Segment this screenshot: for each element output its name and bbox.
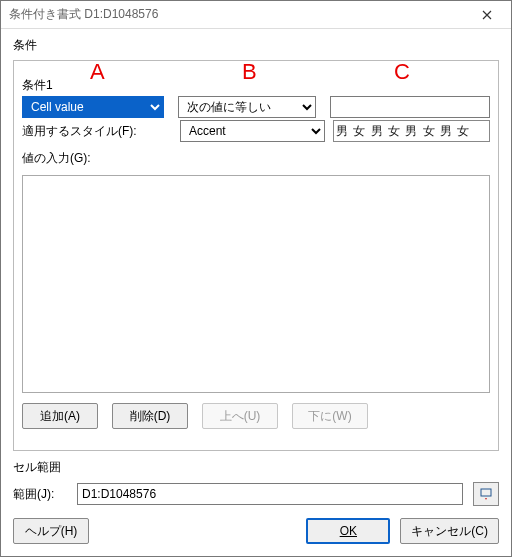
value-input-label: 値の入力(G):	[22, 150, 172, 167]
close-icon	[482, 10, 492, 20]
shrink-icon	[479, 487, 493, 501]
condition-buttons-row: 追加(A) 削除(D) 上へ(U) 下に(W)	[22, 403, 490, 429]
condition-row: Cell value 次の値に等しい	[22, 96, 490, 118]
dialog-content: 条件 A B C D 条件1 Cell value 次の値に等しい	[1, 29, 511, 556]
range-label: 範囲(J):	[13, 486, 67, 503]
window-title: 条件付き書式 D1:D1048576	[9, 6, 467, 23]
range-section-label: セル範囲	[13, 459, 499, 476]
help-button[interactable]: ヘルプ(H)	[13, 518, 89, 544]
move-down-button: 下に(W)	[292, 403, 368, 429]
shrink-range-button[interactable]	[473, 482, 499, 506]
style-row: 適用するスタイル(F): Accent 男 女 男 女 男 女 男 女	[22, 120, 490, 142]
range-input[interactable]	[77, 483, 463, 505]
delete-button[interactable]: 削除(D)	[112, 403, 188, 429]
style-select[interactable]: Accent	[180, 120, 325, 142]
condition1-label: 条件1	[22, 77, 490, 94]
condition-operator-select[interactable]: 次の値に等しい	[178, 96, 316, 118]
condition-type-select[interactable]: Cell value	[22, 96, 164, 118]
range-row: 範囲(J):	[13, 482, 499, 506]
style-preview: 男 女 男 女 男 女 男 女	[333, 120, 490, 142]
condition-value-input[interactable]	[330, 96, 490, 118]
titlebar: 条件付き書式 D1:D1048576	[1, 1, 511, 29]
svg-rect-0	[481, 489, 491, 496]
close-button[interactable]	[467, 3, 507, 27]
conditions-list-area[interactable]	[22, 175, 490, 393]
conditions-section-label: 条件	[13, 37, 499, 54]
footer-buttons: ヘルプ(H) OK キャンセル(C)	[13, 518, 499, 544]
value-input-row: 値の入力(G):	[22, 150, 490, 167]
style-label: 適用するスタイル(F):	[22, 123, 172, 140]
cancel-button[interactable]: キャンセル(C)	[400, 518, 499, 544]
conditions-panel: A B C D 条件1 Cell value 次の値に等しい	[13, 60, 499, 451]
add-button[interactable]: 追加(A)	[22, 403, 98, 429]
ok-button[interactable]: OK	[306, 518, 390, 544]
move-up-button: 上へ(U)	[202, 403, 278, 429]
dialog-window: 条件付き書式 D1:D1048576 条件 A B C D 条件1 Cell v…	[0, 0, 512, 557]
